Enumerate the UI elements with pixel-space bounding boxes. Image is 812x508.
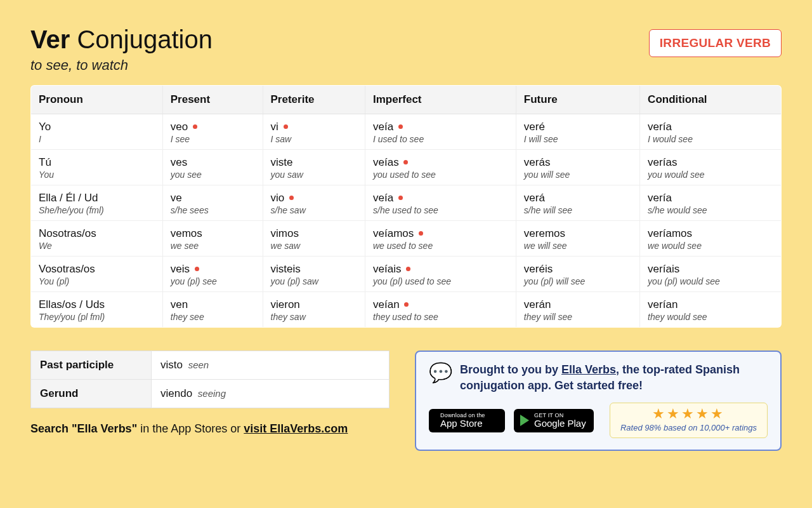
form-main: verías [648,156,773,169]
column-header: Present [162,86,263,114]
form-main: vi [271,121,357,133]
irregular-dot-icon [404,302,409,307]
conjugation-cell: veis you (pl) see [162,257,263,292]
stars-icon: ★★★★★ [620,407,757,421]
conjugation-cell: vi I saw [263,114,365,150]
pronoun-sub: You [39,170,155,180]
form-sub: you (pl) will see [524,276,632,286]
irregular-dot-icon [284,124,288,129]
irregular-dot-icon [289,196,294,200]
form-sub: we used to see [373,241,508,251]
pronoun-sub: She/he/you (fml) [39,205,155,215]
form-sub: you (pl) see [171,276,255,286]
pronoun-cell: Vosotras/osYou (pl) [31,257,163,292]
conjugation-cell: veríasyou would see [640,150,782,185]
rating-box: ★★★★★ Rated 98% based on 10,000+ ratings [610,403,768,438]
pronoun-main: Yo [39,121,155,133]
conjugation-cell: vesyou see [162,150,263,185]
irregular-dot-icon [419,231,423,236]
form-sub: s/he saw [271,205,357,215]
form-sub: you would see [648,170,773,180]
pronoun-cell: YoI [31,114,163,150]
form-main: verá [524,192,632,204]
form-sub: I will see [524,134,632,144]
form-main: verían [648,298,773,311]
conjugation-cell: veremoswe will see [516,221,639,257]
table-row: YoIveo I seevi I sawveía I used to seeve… [31,114,782,150]
form-main: ves [171,156,255,169]
form-main: vería [648,121,773,133]
conjugation-cell: veíamos we used to see [365,221,516,257]
visit-link[interactable]: visit EllaVerbs.com [244,422,348,435]
table-row: Vosotras/osYou (pl)veis you (pl) seevist… [31,257,782,292]
form-sub: we will see [524,241,632,251]
column-header: Conditional [640,86,782,114]
form-main: veré [524,121,632,133]
conjugation-cell: veía I used to see [365,114,516,150]
form-main: vemos [171,227,255,240]
conjugation-cell: vio s/he saw [263,185,365,221]
form-main: visteis [271,263,357,276]
pronoun-sub: We [39,241,155,251]
form-sub: you see [171,170,255,180]
pronoun-sub: You (pl) [39,276,155,286]
form-main: veríais [648,263,773,276]
form-translation: seeing [198,388,226,399]
form-main: veo [171,121,255,133]
pronoun-main: Tú [39,156,155,169]
conjugation-cell: veránthey will see [516,292,639,328]
promo-icon: 💬 [429,363,452,382]
irregular-dot-icon [403,160,408,164]
form-label: Past participle [31,351,152,380]
ella-verbs-link[interactable]: Ella Verbs [561,363,616,376]
pronoun-main: Ella / Él / Ud [39,192,155,204]
form-sub: you saw [271,170,357,180]
table-row: Ellas/os / UdsThey/you (pl fml)venthey s… [31,292,782,328]
form-main: veían [373,298,508,311]
conjugation-cell: veía s/he used to see [365,185,516,221]
form-main: vieron [271,298,357,311]
form-sub: they will see [524,312,632,322]
pronoun-main: Vosotras/os [39,263,155,276]
pronoun-cell: TúYou [31,150,163,185]
conjugation-cell: veréI will see [516,114,639,150]
conjugation-cell: visteisyou (pl) saw [263,257,365,292]
form-sub: they would see [648,312,773,322]
table-row: Ella / Él / UdShe/he/you (fml)ves/he see… [31,185,782,221]
form-sub: we would see [648,241,773,251]
pronoun-cell: Nosotras/osWe [31,221,163,257]
form-main: verán [524,298,632,311]
conjugation-cell: veíais you (pl) used to see [365,257,516,292]
conjugation-cell: veríamoswe would see [640,221,782,257]
form-sub: s/he will see [524,205,632,215]
form-main: veis [171,263,255,276]
irregular-dot-icon [406,267,410,271]
form-main: veía [373,192,508,204]
conjugation-cell: veo I see [162,114,263,150]
form-sub: you (pl) used to see [373,276,508,286]
form-main: ven [171,298,255,311]
pronoun-cell: Ella / Él / UdShe/he/you (fml) [31,185,163,221]
form-sub: I see [171,134,255,144]
form-sub: s/he would see [648,205,773,215]
conjugation-cell: vimoswe saw [263,221,365,257]
form-sub: I would see [648,134,773,144]
form-main: viste [271,156,357,169]
promo-box: 💬 Brought to you by Ella Verbs, the top-… [415,351,782,451]
form-sub: you will see [524,170,632,180]
form-sub: I used to see [373,134,508,144]
conjugation-cell: veían they used to see [365,292,516,328]
app-store-button[interactable]: Download on the App Store [429,409,505,432]
google-play-button[interactable]: GET IT ON Google Play [514,409,594,432]
form-main: veíais [373,263,508,276]
conjugation-cell: ves/he sees [162,185,263,221]
column-header: Imperfect [365,86,516,114]
form-row: Past participlevisto seen [31,351,390,380]
irregular-dot-icon [398,124,403,129]
form-sub: s/he sees [171,205,255,215]
pronoun-cell: Ellas/os / UdsThey/you (pl fml) [31,292,163,328]
conjugation-cell: veríaisyou (pl) would see [640,257,782,292]
form-main: veía [373,121,508,133]
conjugation-cell: visteyou saw [263,150,365,185]
form-sub: you used to see [373,170,508,180]
